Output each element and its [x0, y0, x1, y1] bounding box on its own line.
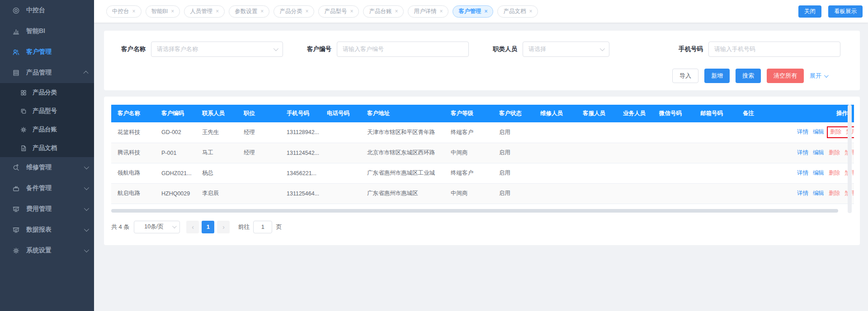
table-cell: [736, 183, 786, 204]
column-header: 客户状态: [493, 105, 534, 122]
table-cell: 领航电路: [111, 163, 155, 183]
action-link-1[interactable]: 编辑: [813, 129, 824, 135]
sidebar-item-0[interactable]: 中控台: [0, 0, 94, 21]
table-cell: [237, 163, 280, 183]
chevron-down-icon: [172, 224, 177, 228]
close-tab-icon[interactable]: ×: [484, 9, 487, 14]
add-button[interactable]: 新增: [704, 69, 730, 83]
expand-toggle[interactable]: 展开: [810, 72, 827, 80]
tab-1[interactable]: 智能BI×: [146, 5, 180, 18]
filter-group-1: 客户编号请输入客户编号: [294, 42, 480, 57]
action-link-2[interactable]: 删除: [830, 129, 841, 135]
next-page-button[interactable]: ›: [217, 221, 230, 233]
action-link-2[interactable]: 删除: [829, 149, 840, 156]
close-button[interactable]: 关闭: [798, 5, 821, 18]
sidebar-item-5[interactable]: 备件管理: [0, 178, 94, 199]
table-header-row: 客户名称客户编码联系人员职位手机号码电话号码客户地址客户等级客户状态维修人员客服…: [111, 105, 854, 122]
column-header: 客户名称: [111, 105, 155, 122]
board-display-button[interactable]: 看板展示: [828, 5, 863, 18]
sidebar-item-2[interactable]: 客户管理: [0, 42, 94, 62]
table-cell: 广东省惠州市惠城区工业城: [361, 163, 444, 183]
table-cell: 终端客户: [444, 122, 493, 143]
close-tab-icon[interactable]: ×: [395, 9, 398, 14]
close-tab-icon[interactable]: ×: [216, 9, 219, 14]
tab-8[interactable]: 客户管理×: [453, 5, 493, 18]
table-cell: P-001: [155, 143, 196, 163]
submenu: 产品分类产品型号产品台账产品文档: [0, 83, 94, 157]
手机号码-input[interactable]: 请输入手机号码: [708, 42, 840, 57]
tab-2[interactable]: 人员管理×: [184, 5, 225, 18]
page-number-1[interactable]: 1: [202, 221, 214, 233]
app-window: 中控台智能BI客户管理产品管理产品分类产品型号产品台账产品文档维修管理备件管理费…: [0, 0, 868, 311]
tab-label: 中控台: [112, 8, 129, 15]
horizontal-scrollbar[interactable]: [111, 209, 845, 213]
column-header: 微信号码: [653, 105, 694, 122]
table-cell: [576, 122, 617, 143]
sidebar-subitem-0[interactable]: 产品分类: [0, 83, 94, 102]
action-link-0[interactable]: 详情: [797, 149, 808, 156]
table-row-1: 腾讯科技P-001马工经理131124542...北京市市辖区东城区西环路中间商…: [111, 143, 854, 163]
clear-all-button[interactable]: 清空所有: [767, 69, 804, 83]
sidebar-subitem-2[interactable]: 产品台账: [0, 120, 94, 139]
close-tab-icon[interactable]: ×: [171, 9, 174, 14]
table-cell: HZHQ0029: [155, 183, 196, 204]
column-header: 职位: [237, 105, 280, 122]
sidebar-item-label: 中控台: [26, 6, 45, 14]
action-link-0[interactable]: 详情: [797, 190, 808, 196]
page-size-select[interactable]: 10条/页: [134, 221, 180, 233]
sidebar-item-3[interactable]: 产品管理: [0, 62, 94, 83]
sidebar-item-label: 数据报表: [26, 226, 52, 234]
close-tab-icon[interactable]: ×: [132, 9, 136, 14]
sidebar-item-7[interactable]: 数据报表: [0, 219, 94, 240]
action-link-1[interactable]: 编辑: [813, 149, 824, 156]
table-cell: [653, 163, 694, 183]
table-cell: 腾讯科技: [111, 143, 155, 163]
import-button[interactable]: 导入: [672, 69, 698, 83]
scrollbar-thumb[interactable]: [111, 209, 838, 213]
close-tab-icon[interactable]: ×: [439, 9, 443, 14]
goto-page-input[interactable]: [253, 221, 272, 233]
sidebar-item-4[interactable]: 维修管理: [0, 157, 94, 178]
close-tab-icon[interactable]: ×: [529, 9, 532, 14]
tab-9[interactable]: 产品文档×: [497, 5, 538, 18]
sidebar-item-1[interactable]: 智能BI: [0, 21, 94, 42]
客户名称-select[interactable]: 请选择客户名称: [151, 42, 283, 57]
tab-6[interactable]: 产品台账×: [363, 5, 404, 18]
table-cell: [321, 163, 361, 183]
tab-5[interactable]: 产品型号×: [318, 5, 359, 18]
sidebar-subitem-3[interactable]: 产品文档: [0, 139, 94, 157]
action-link-2[interactable]: 删除: [829, 190, 840, 196]
action-link-0[interactable]: 详情: [797, 129, 808, 135]
action-link-1[interactable]: 编辑: [813, 190, 824, 196]
table-cell: 广东省惠州市惠城区: [361, 183, 444, 204]
tab-4[interactable]: 产品分类×: [274, 5, 314, 18]
职类人员-select[interactable]: 请选择: [523, 42, 609, 57]
table-cell: 北京市市辖区东城区西环路: [361, 143, 444, 163]
search-button[interactable]: 搜索: [736, 69, 761, 83]
tab-7[interactable]: 用户详情×: [408, 5, 448, 18]
prev-page-button[interactable]: ‹: [186, 221, 199, 233]
action-link-2[interactable]: 删除: [829, 170, 840, 176]
客户编号-input[interactable]: 请输入客户编号: [337, 42, 469, 57]
close-tab-icon[interactable]: ×: [305, 9, 308, 14]
column-header: 联系人员: [196, 105, 237, 122]
tabbar-actions: 关闭 看板展示: [798, 5, 863, 18]
tab-3[interactable]: 参数设置×: [229, 5, 269, 18]
action-link-1[interactable]: 编辑: [813, 170, 824, 176]
column-header: 客户编码: [155, 105, 196, 122]
column-header: 客服人员: [576, 105, 617, 122]
sidebar-subitem-1[interactable]: 产品型号: [0, 102, 94, 120]
action-link-0[interactable]: 详情: [797, 170, 808, 176]
vertical-scrollbar[interactable]: [848, 105, 852, 213]
sidebar-item-6[interactable]: 费用管理: [0, 199, 94, 219]
table-cell: [694, 143, 736, 163]
page-unit-label: 页: [276, 223, 282, 231]
close-tab-icon[interactable]: ×: [350, 9, 353, 14]
chevron-down-icon: [84, 227, 89, 232]
row-actions: 详情编辑删除禁用: [786, 122, 854, 143]
tab-label: 人员管理: [190, 8, 212, 15]
close-tab-icon[interactable]: ×: [260, 9, 264, 14]
table-row-3: 航启电路HZHQ0029李启辰131125464...广东省惠州市惠城区中间商启…: [111, 183, 854, 204]
sidebar-item-8[interactable]: 系统设置: [0, 240, 94, 261]
tab-0[interactable]: 中控台×: [106, 5, 142, 18]
